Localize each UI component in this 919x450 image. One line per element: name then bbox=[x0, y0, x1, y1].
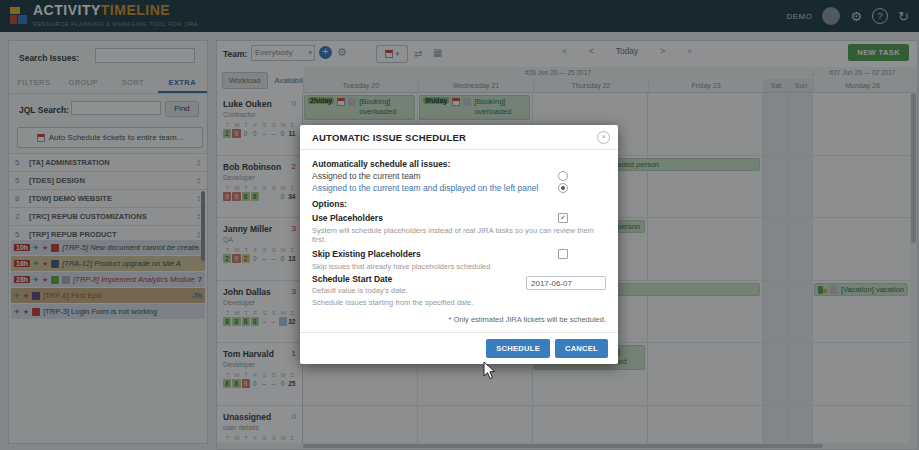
automatic-issue-scheduler-modal: AUTOMATIC ISSUE SCHEDULER × Automaticall… bbox=[300, 125, 618, 364]
options-heading: Options: bbox=[312, 199, 606, 209]
use-placeholders-label: Use Placeholders bbox=[312, 213, 383, 223]
skip-placeholders-desc: Skip issues that already have placeholde… bbox=[312, 262, 606, 271]
radio-current-team[interactable] bbox=[558, 171, 568, 181]
activity-timeline-app: ACTIVITYTIMELINE RESOURCE PLANNING & MAN… bbox=[0, 0, 919, 450]
skip-placeholders-checkbox[interactable] bbox=[558, 249, 568, 259]
skip-placeholders-label: Skip Existing Placeholders bbox=[312, 249, 421, 259]
schedule-button[interactable]: SCHEDULE bbox=[486, 339, 550, 358]
start-date-input[interactable] bbox=[526, 276, 606, 290]
estimated-tickets-note: * Only estimated JIRA tickets will be sc… bbox=[312, 315, 606, 324]
use-placeholders-checkbox[interactable]: ✓ bbox=[558, 213, 568, 223]
use-placeholders-desc: System will schedule placeholders instea… bbox=[312, 226, 606, 244]
close-icon[interactable]: × bbox=[597, 131, 610, 144]
schedule-all-issues-heading: Automatically schedule all issues: bbox=[312, 159, 606, 169]
radio-team-left-panel-label: Assigned to the current team and display… bbox=[312, 183, 538, 193]
modal-title: AUTOMATIC ISSUE SCHEDULER bbox=[312, 132, 466, 143]
mouse-cursor bbox=[483, 361, 497, 381]
schedule-start-date-desc2: Schedule issues starting from the specif… bbox=[312, 298, 606, 307]
cancel-button[interactable]: CANCEL bbox=[555, 339, 608, 358]
radio-current-team-label: Assigned to the current team bbox=[312, 171, 421, 181]
radio-team-left-panel[interactable] bbox=[558, 183, 568, 193]
